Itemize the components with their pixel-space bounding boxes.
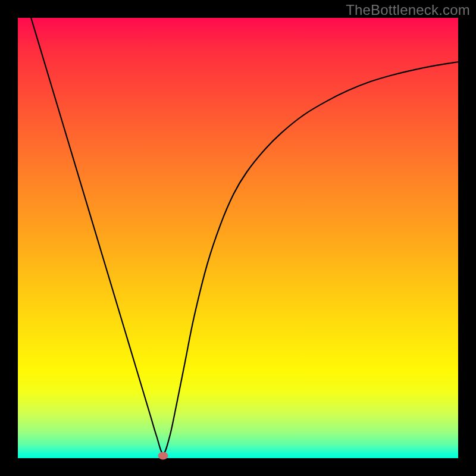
chart-container: TheBottleneck.com xyxy=(0,0,476,476)
minimum-marker xyxy=(158,452,168,460)
plot-area xyxy=(18,18,458,458)
bottleneck-curve xyxy=(18,18,458,458)
watermark-text: TheBottleneck.com xyxy=(346,2,470,18)
curve-path xyxy=(31,18,458,454)
